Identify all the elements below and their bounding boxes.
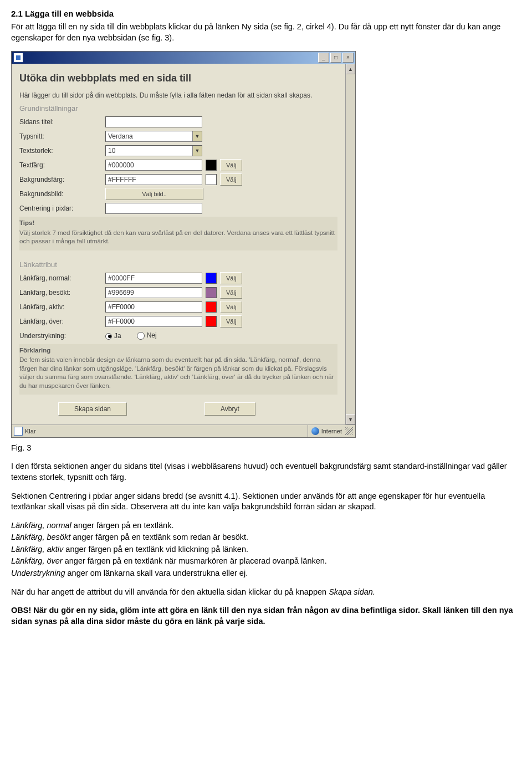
input-lankfarg-aktiv[interactable] xyxy=(105,301,202,313)
avbryt-button[interactable]: Avbryt xyxy=(204,402,255,416)
label-lankfarg-over: Länkfärg, över: xyxy=(19,318,105,325)
section-heading: 2.1 Lägga till en webbsida xyxy=(11,9,521,18)
tips-text: Välj storlek 7 med försiktighet då den k… xyxy=(19,229,337,246)
select-textstorlek[interactable]: 10 ▼ xyxy=(105,145,202,156)
label-lankfarg-besokt: Länkfärg, besökt: xyxy=(19,289,105,296)
scrollbar[interactable]: ▲ ▼ xyxy=(345,64,355,425)
dialog-title: Utöka din webbplats med en sida till xyxy=(19,73,337,84)
tips-box: Tips! Välj storlek 7 med försiktighet då… xyxy=(19,217,337,250)
valj-bild-button[interactable]: Välj bild.. xyxy=(105,188,203,200)
window-titlebar: _ □ × xyxy=(12,52,355,64)
select-textstorlek-value: 10 xyxy=(108,147,115,155)
status-bar: Klar Internet xyxy=(12,425,355,437)
line-lankfarg-normal: Länkfärg, normal anger färgen på en text… xyxy=(11,520,521,531)
status-ready: Klar xyxy=(25,428,36,434)
swatch-textfarg xyxy=(206,160,217,171)
globe-icon xyxy=(311,427,319,435)
tips-header: Tips! xyxy=(19,219,337,228)
input-centrering[interactable] xyxy=(105,203,202,214)
input-lankfarg-over[interactable] xyxy=(105,316,202,327)
close-button[interactable]: × xyxy=(342,53,354,63)
page-icon xyxy=(14,427,23,436)
dialog-window: _ □ × Utöka din webbplats med en sida ti… xyxy=(11,51,356,438)
maximize-button[interactable]: □ xyxy=(330,53,341,63)
resize-grip-icon[interactable] xyxy=(345,427,353,435)
label-understrykning: Understrykning: xyxy=(19,332,105,340)
line-understrykning: Understrykning anger om länkarna skall v… xyxy=(11,568,521,579)
radio-nej[interactable]: Nej xyxy=(137,331,157,340)
label-typsnitt: Typsnitt: xyxy=(19,132,105,140)
valj-lankfarg-over-button[interactable]: Välj xyxy=(220,315,242,328)
section-grundinstallningar: Grundinställningar xyxy=(19,104,337,112)
scroll-up-icon[interactable]: ▲ xyxy=(346,64,355,74)
dialog-content: Utöka din webbplats med en sida till Här… xyxy=(12,64,345,425)
chevron-down-icon: ▼ xyxy=(192,146,202,156)
label-textfarg: Textfärg: xyxy=(19,161,105,169)
swatch-bakgrundsfarg xyxy=(206,174,217,185)
label-centrering: Centrering i pixlar: xyxy=(19,204,105,212)
svg-rect-0 xyxy=(16,55,21,60)
label-sidans-titel: Sidans titel: xyxy=(19,118,105,126)
scroll-down-icon[interactable]: ▼ xyxy=(346,414,355,425)
valj-lankfarg-besokt-button[interactable]: Välj xyxy=(220,287,242,299)
skapa-sidan-button[interactable]: Skapa sidan xyxy=(58,402,127,416)
label-bakgrundsfarg: Bakgrundsfärg: xyxy=(19,176,105,183)
input-bakgrundsfarg[interactable] xyxy=(105,174,202,185)
intro-paragraph: För att lägga till en ny sida till din w… xyxy=(11,22,521,43)
para-3: När du har angett de attribut du vill an… xyxy=(11,587,521,598)
status-zone: Internet xyxy=(321,428,342,434)
label-bakgrundsbild: Bakgrundsbild: xyxy=(19,190,105,198)
forklaring-box: Förklaring De fem sista valen innebär de… xyxy=(19,344,337,395)
input-lankfarg-normal[interactable] xyxy=(105,273,202,284)
forklaring-text: De fem sista valen innebär design av län… xyxy=(19,356,337,390)
valj-lankfarg-aktiv-button[interactable]: Välj xyxy=(220,301,242,313)
obs-paragraph: OBS! När du gör en ny sida, glöm inte at… xyxy=(11,605,521,627)
valj-bakgrundsfarg-button[interactable]: Välj xyxy=(220,173,242,186)
swatch-lankfarg-besokt xyxy=(206,287,217,298)
valj-textfarg-button[interactable]: Välj xyxy=(220,159,242,171)
window-controls: _ □ × xyxy=(318,53,354,63)
forklaring-header: Förklaring xyxy=(19,346,337,355)
input-sidans-titel[interactable] xyxy=(105,116,202,127)
line-lankfarg-over: Länkfärg, över anger färgen på en textlä… xyxy=(11,556,521,567)
para-2: Sektionen Centrering i pixlar anger sida… xyxy=(11,491,521,513)
valj-lankfarg-normal-button[interactable]: Välj xyxy=(220,272,242,284)
swatch-lankfarg-normal xyxy=(206,273,217,284)
line-lankfarg-besokt: Länkfärg, besökt anger färgen på en text… xyxy=(11,532,521,543)
figure-caption: Fig. 3 xyxy=(11,443,521,452)
para-1: I den första sektionen anger du sidans t… xyxy=(11,461,521,483)
label-textstorlek: Textstorlek: xyxy=(19,147,105,155)
label-lankfarg-normal: Länkfärg, normal: xyxy=(19,274,105,282)
input-textfarg[interactable] xyxy=(105,160,202,171)
dialog-intro: Här lägger du till sidor på din webbplat… xyxy=(19,91,337,100)
radio-ja[interactable]: Ja xyxy=(105,332,121,340)
section-lankattribut: Länkattribut xyxy=(19,260,337,269)
line-lankfarg-aktiv: Länkfärg, aktiv anger färgen på en textl… xyxy=(11,544,521,555)
swatch-lankfarg-aktiv xyxy=(206,301,217,313)
app-icon xyxy=(13,53,23,63)
label-lankfarg-aktiv: Länkfärg, aktiv: xyxy=(19,303,105,311)
swatch-lankfarg-over xyxy=(206,316,217,327)
minimize-button[interactable]: _ xyxy=(318,53,329,63)
input-lankfarg-besokt[interactable] xyxy=(105,287,202,298)
select-typsnitt-value: Verdana xyxy=(108,132,133,140)
chevron-down-icon: ▼ xyxy=(192,131,202,141)
select-typsnitt[interactable]: Verdana ▼ xyxy=(105,131,202,142)
